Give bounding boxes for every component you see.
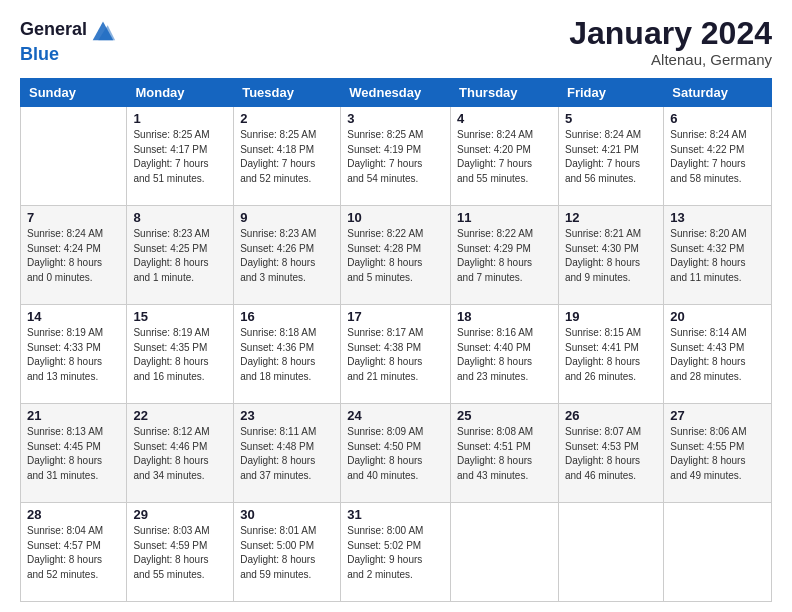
cell-date: 18	[457, 309, 552, 324]
sunset-text: Sunset: 4:45 PM	[27, 441, 101, 452]
cell-info: Sunrise: 8:25 AMSunset: 4:19 PMDaylight:…	[347, 128, 444, 186]
cell-info: Sunrise: 8:12 AMSunset: 4:46 PMDaylight:…	[133, 425, 227, 483]
cell-date: 14	[27, 309, 120, 324]
cell-info: Sunrise: 8:21 AMSunset: 4:30 PMDaylight:…	[565, 227, 657, 285]
sunrise-text: Sunrise: 8:23 AM	[240, 228, 316, 239]
table-row: 28Sunrise: 8:04 AMSunset: 4:57 PMDayligh…	[21, 503, 127, 602]
calendar-page: General Blue January 2024 Altenau, Germa…	[0, 0, 792, 612]
col-saturday: Saturday	[664, 79, 772, 107]
daylight-hours: Daylight: 7 hours	[565, 158, 640, 169]
daylight-minutes: and 16 minutes.	[133, 371, 204, 382]
table-row: 8Sunrise: 8:23 AMSunset: 4:25 PMDaylight…	[127, 206, 234, 305]
calendar-week-row: 21Sunrise: 8:13 AMSunset: 4:45 PMDayligh…	[21, 404, 772, 503]
table-row: 25Sunrise: 8:08 AMSunset: 4:51 PMDayligh…	[451, 404, 559, 503]
table-row: 29Sunrise: 8:03 AMSunset: 4:59 PMDayligh…	[127, 503, 234, 602]
daylight-minutes: and 11 minutes.	[670, 272, 741, 283]
col-thursday: Thursday	[451, 79, 559, 107]
cell-date: 9	[240, 210, 334, 225]
cell-info: Sunrise: 8:19 AMSunset: 4:33 PMDaylight:…	[27, 326, 120, 384]
sunset-text: Sunset: 4:40 PM	[457, 342, 531, 353]
sunset-text: Sunset: 4:21 PM	[565, 144, 639, 155]
table-row: 30Sunrise: 8:01 AMSunset: 5:00 PMDayligh…	[234, 503, 341, 602]
daylight-hours: Daylight: 8 hours	[565, 257, 640, 268]
cell-date: 4	[457, 111, 552, 126]
header: General Blue January 2024 Altenau, Germa…	[20, 16, 772, 68]
col-tuesday: Tuesday	[234, 79, 341, 107]
cell-info: Sunrise: 8:24 AMSunset: 4:21 PMDaylight:…	[565, 128, 657, 186]
cell-info: Sunrise: 8:06 AMSunset: 4:55 PMDaylight:…	[670, 425, 765, 483]
cell-info: Sunrise: 8:24 AMSunset: 4:22 PMDaylight:…	[670, 128, 765, 186]
sunset-text: Sunset: 4:57 PM	[27, 540, 101, 551]
cell-info: Sunrise: 8:08 AMSunset: 4:51 PMDaylight:…	[457, 425, 552, 483]
cell-date: 2	[240, 111, 334, 126]
cell-info: Sunrise: 8:01 AMSunset: 5:00 PMDaylight:…	[240, 524, 334, 582]
daylight-minutes: and 7 minutes.	[457, 272, 523, 283]
cell-date: 11	[457, 210, 552, 225]
cell-info: Sunrise: 8:04 AMSunset: 4:57 PMDaylight:…	[27, 524, 120, 582]
sunrise-text: Sunrise: 8:25 AM	[347, 129, 423, 140]
daylight-minutes: and 31 minutes.	[27, 470, 98, 481]
sunset-text: Sunset: 4:38 PM	[347, 342, 421, 353]
col-monday: Monday	[127, 79, 234, 107]
daylight-minutes: and 34 minutes.	[133, 470, 204, 481]
sunset-text: Sunset: 4:43 PM	[670, 342, 744, 353]
table-row: 7Sunrise: 8:24 AMSunset: 4:24 PMDaylight…	[21, 206, 127, 305]
daylight-hours: Daylight: 8 hours	[133, 455, 208, 466]
daylight-minutes: and 21 minutes.	[347, 371, 418, 382]
daylight-hours: Daylight: 8 hours	[240, 455, 315, 466]
daylight-minutes: and 52 minutes.	[27, 569, 98, 580]
daylight-minutes: and 23 minutes.	[457, 371, 528, 382]
daylight-hours: Daylight: 8 hours	[565, 455, 640, 466]
cell-date: 7	[27, 210, 120, 225]
daylight-hours: Daylight: 8 hours	[457, 356, 532, 367]
sunset-text: Sunset: 5:02 PM	[347, 540, 421, 551]
table-row: 16Sunrise: 8:18 AMSunset: 4:36 PMDayligh…	[234, 305, 341, 404]
table-row: 1Sunrise: 8:25 AMSunset: 4:17 PMDaylight…	[127, 107, 234, 206]
logo-icon	[89, 16, 117, 44]
sunset-text: Sunset: 4:30 PM	[565, 243, 639, 254]
cell-date: 31	[347, 507, 444, 522]
daylight-minutes: and 56 minutes.	[565, 173, 636, 184]
table-row: 27Sunrise: 8:06 AMSunset: 4:55 PMDayligh…	[664, 404, 772, 503]
daylight-minutes: and 40 minutes.	[347, 470, 418, 481]
sunrise-text: Sunrise: 8:25 AM	[240, 129, 316, 140]
table-row: 4Sunrise: 8:24 AMSunset: 4:20 PMDaylight…	[451, 107, 559, 206]
table-row: 19Sunrise: 8:15 AMSunset: 4:41 PMDayligh…	[558, 305, 663, 404]
table-row: 2Sunrise: 8:25 AMSunset: 4:18 PMDaylight…	[234, 107, 341, 206]
sunrise-text: Sunrise: 8:18 AM	[240, 327, 316, 338]
cell-info: Sunrise: 8:19 AMSunset: 4:35 PMDaylight:…	[133, 326, 227, 384]
cell-date: 19	[565, 309, 657, 324]
cell-date: 28	[27, 507, 120, 522]
sunset-text: Sunset: 4:51 PM	[457, 441, 531, 452]
cell-info: Sunrise: 8:23 AMSunset: 4:26 PMDaylight:…	[240, 227, 334, 285]
cell-info: Sunrise: 8:00 AMSunset: 5:02 PMDaylight:…	[347, 524, 444, 582]
daylight-minutes: and 58 minutes.	[670, 173, 741, 184]
daylight-hours: Daylight: 8 hours	[240, 356, 315, 367]
daylight-minutes: and 59 minutes.	[240, 569, 311, 580]
header-row: Sunday Monday Tuesday Wednesday Thursday…	[21, 79, 772, 107]
sunrise-text: Sunrise: 8:06 AM	[670, 426, 746, 437]
cell-info: Sunrise: 8:09 AMSunset: 4:50 PMDaylight:…	[347, 425, 444, 483]
daylight-hours: Daylight: 8 hours	[133, 257, 208, 268]
daylight-minutes: and 28 minutes.	[670, 371, 741, 382]
cell-date: 13	[670, 210, 765, 225]
sunrise-text: Sunrise: 8:16 AM	[457, 327, 533, 338]
sunset-text: Sunset: 4:33 PM	[27, 342, 101, 353]
cell-date: 29	[133, 507, 227, 522]
sunset-text: Sunset: 4:41 PM	[565, 342, 639, 353]
table-row: 23Sunrise: 8:11 AMSunset: 4:48 PMDayligh…	[234, 404, 341, 503]
cell-info: Sunrise: 8:22 AMSunset: 4:29 PMDaylight:…	[457, 227, 552, 285]
col-wednesday: Wednesday	[341, 79, 451, 107]
cell-info: Sunrise: 8:23 AMSunset: 4:25 PMDaylight:…	[133, 227, 227, 285]
sunset-text: Sunset: 4:48 PM	[240, 441, 314, 452]
cell-date: 8	[133, 210, 227, 225]
daylight-hours: Daylight: 8 hours	[240, 257, 315, 268]
daylight-minutes: and 51 minutes.	[133, 173, 204, 184]
daylight-hours: Daylight: 8 hours	[27, 356, 102, 367]
logo-blue-text: Blue	[20, 44, 117, 66]
col-sunday: Sunday	[21, 79, 127, 107]
cell-date: 12	[565, 210, 657, 225]
daylight-hours: Daylight: 8 hours	[240, 554, 315, 565]
sunrise-text: Sunrise: 8:19 AM	[27, 327, 103, 338]
sunrise-text: Sunrise: 8:24 AM	[670, 129, 746, 140]
